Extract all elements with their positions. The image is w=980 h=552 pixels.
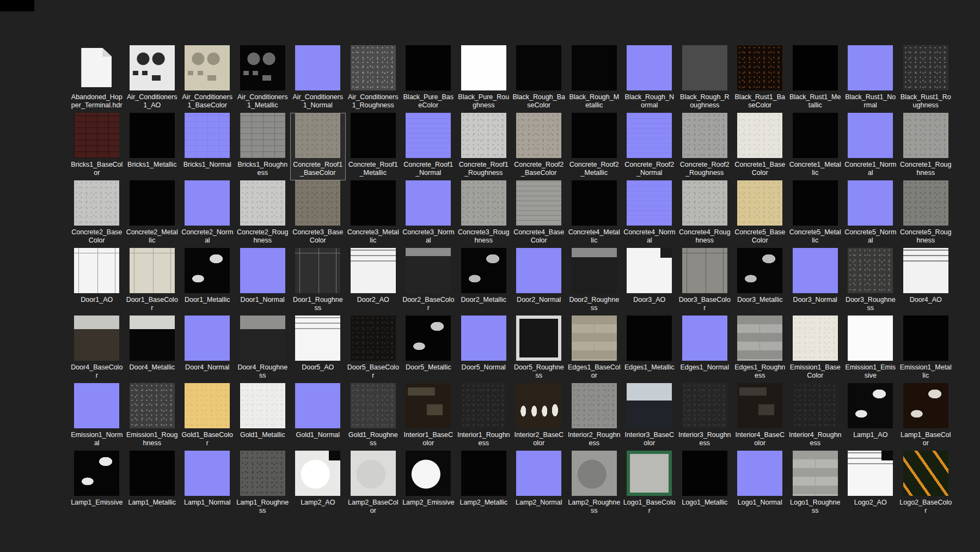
file-item[interactable]: Door5_Normal [456,316,512,383]
file-item[interactable]: Black_Rough_Roughness [677,45,733,113]
file-item[interactable]: Lamp1_BaseColor [898,383,954,451]
file-item[interactable]: Black_Rust1_Normal [843,45,898,113]
file-item[interactable]: Lamp2_Roughness [567,451,622,513]
file-item[interactable]: Concrete2_BaseColor [69,180,125,248]
file-item[interactable]: Concrete_Roof1_BaseColor [290,113,346,180]
file-item[interactable]: Emission1_Normal [69,383,125,451]
file-item[interactable]: Lamp1_Metallic [125,451,180,513]
file-item[interactable]: Logo1_Normal [732,451,788,513]
file-item[interactable]: Gold1_BaseColor [180,383,235,451]
file-item[interactable]: Concrete_Roof1_Roughness [456,113,512,180]
file-item[interactable]: Concrete1_BaseColor [732,113,788,180]
file-item[interactable]: Black_Rust1_Roughness [898,45,954,113]
file-item[interactable]: Gold1_Normal [290,383,346,451]
file-item[interactable]: Air_Conditioners1_BaseColor [180,45,235,113]
file-item[interactable]: Concrete_Roof1_Normal [401,113,456,180]
file-item[interactable]: Gold1_Metallic [235,383,291,451]
file-item[interactable]: Door4_Metallic [125,316,180,383]
file-item[interactable]: Door4_Roughness [235,316,291,383]
file-item[interactable]: Door3_Normal [788,248,843,316]
file-item[interactable]: Logo2_BaseColor [898,451,954,513]
file-item[interactable]: Bricks1_BaseColor [69,113,125,180]
file-item[interactable]: Concrete2_Normal [180,180,235,248]
file-item[interactable]: Concrete3_BaseColor [290,180,346,248]
file-item[interactable]: Door1_BaseColor [125,248,180,316]
file-item[interactable]: Bricks1_Roughness [235,113,291,180]
file-item[interactable]: Logo1_BaseColor [622,451,677,513]
file-item[interactable]: Lamp1_Normal [180,451,235,513]
file-item[interactable]: Lamp2_Normal [511,451,567,513]
file-item[interactable]: Concrete3_Normal [401,180,456,248]
file-item[interactable]: Emission1_Metallic [898,316,954,383]
file-item[interactable]: Door3_AO [622,248,677,316]
file-item[interactable]: Concrete4_BaseColor [511,180,567,248]
file-item[interactable]: Concrete1_Roughness [898,113,954,180]
file-item[interactable]: Concrete2_Roughness [235,180,291,248]
file-item[interactable]: Interior2_BaseColor [511,383,567,451]
file-item[interactable]: Edges1_Metallic [622,316,677,383]
file-item[interactable]: Edges1_BaseColor [567,316,622,383]
file-item[interactable]: Black_Rough_BaseColor [511,45,567,113]
file-item[interactable]: Door2_BaseColor [401,248,456,316]
file-item[interactable]: Door1_Normal [235,248,291,316]
file-item[interactable]: Concrete5_Metallic [788,180,843,248]
file-item[interactable]: Lamp1_Roughness [235,451,291,513]
file-item[interactable]: Door4_BaseColor [69,316,125,383]
file-item[interactable]: Logo1_Roughness [788,451,843,513]
file-item[interactable]: Concrete1_Normal [843,113,898,180]
file-item[interactable]: Black_Pure_BaseColor [401,45,456,113]
file-item[interactable]: Air_Conditioners1_Normal [290,45,346,113]
file-item[interactable]: Logo1_Metallic [677,451,733,513]
file-item[interactable]: Door2_Metallic [456,248,512,316]
file-item[interactable]: Concrete4_Normal [622,180,677,248]
file-item[interactable]: Lamp2_Metallic [456,451,512,513]
file-item[interactable]: Lamp2_BaseColor [346,451,401,513]
file-item[interactable]: Door3_Roughness [843,248,898,316]
file-item[interactable]: Black_Rough_Metallic [567,45,622,113]
file-item[interactable]: Black_Rust1_Metallic [788,45,843,113]
file-item[interactable]: Lamp1_Emissive [69,451,125,513]
file-item[interactable]: Door2_AO [346,248,401,316]
file-item[interactable]: Interior2_Roughness [567,383,622,451]
file-item[interactable]: Air_Conditioners1_Metallic [235,45,291,113]
file-item[interactable]: Door5_Metallic [401,316,456,383]
file-item[interactable]: Air_Conditioners1_Roughness [346,45,401,113]
file-item[interactable]: Black_Rust1_BaseColor [732,45,788,113]
file-item[interactable]: Door2_Roughness [567,248,622,316]
file-item[interactable]: Bricks1_Normal [180,113,235,180]
file-item[interactable]: Lamp1_AO [843,383,898,451]
file-item[interactable]: Door5_Roughness [511,316,567,383]
file-item[interactable]: Air_Conditioners1_AO [125,45,180,113]
file-item[interactable]: Concrete_Roof2_Roughness [677,113,733,180]
file-item[interactable]: Emission1_Emissive [843,316,898,383]
file-item[interactable]: Concrete5_Normal [843,180,898,248]
file-item[interactable]: Edges1_Normal [677,316,733,383]
file-item[interactable]: Concrete2_Metallic [125,180,180,248]
file-item[interactable]: Abandoned_Hopper_Terminal.hdr [69,45,125,113]
file-item[interactable]: Door4_Normal [180,316,235,383]
file-item[interactable]: Door1_Roughness [290,248,346,316]
file-item[interactable]: Interior4_BaseColor [732,383,788,451]
file-item[interactable]: Concrete_Roof1_Metallic [346,113,401,180]
file-item[interactable]: Door1_AO [69,248,125,316]
file-item[interactable]: Concrete5_BaseColor [732,180,788,248]
file-item[interactable]: Concrete_Roof2_Metallic [567,113,622,180]
file-item[interactable]: Door3_BaseColor [677,248,733,316]
file-item[interactable]: Gold1_Roughness [346,383,401,451]
file-item[interactable]: Interior1_Roughness [456,383,512,451]
file-item[interactable]: Interior3_Roughness [677,383,733,451]
file-item[interactable]: Door1_Metallic [180,248,235,316]
file-item[interactable]: Concrete3_Metallic [346,180,401,248]
file-item[interactable]: Concrete3_Roughness [456,180,512,248]
file-item[interactable]: Concrete_Roof2_Normal [622,113,677,180]
file-item[interactable]: Emission1_Roughness [125,383,180,451]
file-item[interactable]: Lamp2_AO [290,451,346,513]
file-item[interactable]: Interior3_BaseColor [622,383,677,451]
file-item[interactable]: Logo2_AO [843,451,898,513]
file-item[interactable]: Door4_AO [898,248,954,316]
file-item[interactable]: Concrete_Roof2_BaseColor [511,113,567,180]
file-item[interactable]: Concrete1_Metallic [788,113,843,180]
file-item[interactable]: Black_Rough_Normal [622,45,677,113]
file-item[interactable]: Door5_AO [290,316,346,383]
file-item[interactable]: Interior1_BaseColor [401,383,456,451]
